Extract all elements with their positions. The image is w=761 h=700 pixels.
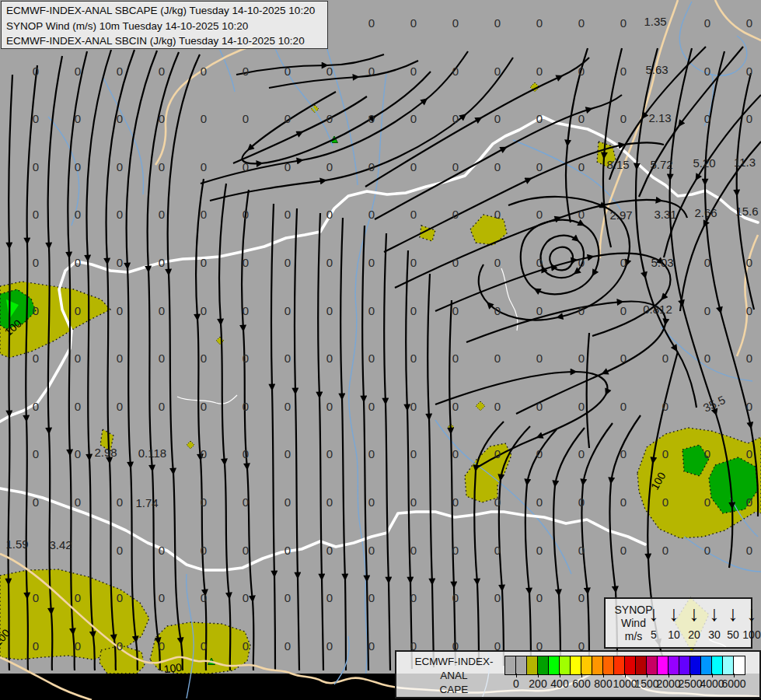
cape-color-step bbox=[668, 656, 679, 674]
wind-arrow-icon: ↓ bbox=[742, 600, 761, 627]
grid-value-zero: 0 bbox=[243, 352, 249, 365]
cape-color-step bbox=[549, 656, 560, 674]
grid-value-zero: 0 bbox=[494, 591, 501, 604]
grid-value-zero: 0 bbox=[578, 16, 585, 30]
grid-value-zero: 0 bbox=[704, 352, 710, 365]
grid-value-zero: 0 bbox=[75, 160, 81, 173]
grid-value-zero: 0 bbox=[243, 591, 249, 604]
grid-value-zero: 0 bbox=[159, 256, 165, 269]
grid-value-zero: 0 bbox=[746, 256, 752, 269]
cape-legend-model: ECMWF-INDEX-ANAL bbox=[401, 655, 507, 683]
grid-value-zero: 0 bbox=[368, 400, 375, 413]
grid-value-zero: 0 bbox=[159, 400, 165, 413]
station-value: 1.59 bbox=[5, 537, 28, 551]
grid-value-zero: 0 bbox=[410, 304, 417, 317]
country-border bbox=[155, 44, 257, 165]
grid-value-zero: 0 bbox=[536, 495, 543, 509]
grid-value-zero: 0 bbox=[494, 256, 501, 269]
grid-value-zero: 0 bbox=[326, 208, 333, 221]
weather-map-canvas: 0000000000000000000000000000000000000000… bbox=[0, 0, 761, 700]
grid-value-zero: 0 bbox=[285, 304, 291, 317]
grid-value-zero: 0 bbox=[326, 65, 333, 78]
grid-value-zero: 0 bbox=[368, 544, 375, 557]
wind-speed-label: 100 bbox=[742, 628, 761, 641]
cape-colorbar-legend: ECMWF-INDEX-ANAL CAPE J/kg 0200400600800… bbox=[395, 650, 761, 698]
cape-color-step bbox=[571, 656, 581, 674]
station-value: 35.5 bbox=[701, 393, 728, 415]
grid-value-zero: 0 bbox=[117, 495, 123, 509]
grid-value-zero: 0 bbox=[75, 112, 81, 125]
river bbox=[679, 2, 747, 75]
grid-value-zero: 0 bbox=[410, 352, 417, 365]
wind-streamline bbox=[295, 208, 299, 670]
cape-tick-label: 6000 bbox=[718, 677, 749, 690]
grid-value-zero: 0 bbox=[494, 65, 501, 78]
grid-value-zero: 0 bbox=[536, 400, 543, 413]
grid-value-zero: 0 bbox=[285, 160, 291, 173]
grid-value-zero: 0 bbox=[243, 160, 249, 173]
grid-value-zero: 0 bbox=[33, 112, 39, 125]
grid-value-zero: 0 bbox=[494, 208, 501, 221]
grid-value-zero: 0 bbox=[243, 256, 249, 269]
wind-streamline bbox=[210, 58, 513, 201]
grid-value-zero: 0 bbox=[326, 400, 333, 413]
grid-value-zero: 0 bbox=[368, 591, 375, 604]
wind-streamline bbox=[737, 73, 754, 310]
station-value: 5.72 bbox=[650, 158, 672, 171]
grid-value-zero: 0 bbox=[452, 208, 459, 221]
grid-value-zero: 0 bbox=[33, 400, 39, 413]
grid-value-zero: 0 bbox=[704, 304, 710, 317]
grid-value-zero: 0 bbox=[368, 160, 375, 173]
grid-value-zero: 0 bbox=[536, 16, 543, 30]
title-line-wind: SYNOP Wind (m/s) 10m Tuesday 14-10-2025 … bbox=[6, 19, 323, 34]
grid-value-zero: 0 bbox=[33, 352, 39, 365]
grid-value-zero: 0 bbox=[704, 256, 710, 269]
grid-value-zero: 0 bbox=[75, 447, 81, 460]
cape-color-step bbox=[505, 656, 516, 674]
grid-value-zero: 0 bbox=[243, 447, 249, 460]
cape-color-step bbox=[625, 656, 636, 674]
grid-value-zero: 0 bbox=[75, 639, 81, 653]
grid-value-zero: 0 bbox=[746, 65, 752, 78]
grid-value-zero: 0 bbox=[452, 65, 459, 78]
grid-value-zero: 0 bbox=[410, 112, 417, 125]
station-value: 5.20 bbox=[693, 156, 715, 170]
grid-value-zero: 0 bbox=[243, 639, 249, 653]
grid-value-zero: 0 bbox=[201, 160, 207, 173]
grid-value-zero: 0 bbox=[578, 256, 585, 269]
grid-value-zero: 0 bbox=[410, 16, 417, 30]
grid-value-zero: 0 bbox=[33, 65, 39, 78]
grid-value-zero: 0 bbox=[620, 65, 627, 78]
grid-value-zero: 0 bbox=[75, 495, 81, 509]
grid-value-zero: 0 bbox=[704, 447, 710, 460]
grid-value-zero: 0 bbox=[578, 352, 585, 365]
grid-value-zero: 0 bbox=[704, 16, 710, 30]
grid-value-zero: 0 bbox=[620, 304, 627, 317]
wind-speed-label: 10 bbox=[664, 628, 684, 641]
cape-color-step bbox=[734, 656, 745, 674]
wind-streamline bbox=[428, 274, 434, 667]
grid-value-zero: 0 bbox=[578, 400, 585, 413]
grid-value-zero: 0 bbox=[704, 65, 710, 78]
grid-value-zero: 0 bbox=[33, 447, 39, 460]
grid-value-zero: 0 bbox=[326, 447, 333, 460]
grid-value-zero: 0 bbox=[159, 112, 165, 125]
grid-value-zero: 0 bbox=[746, 544, 752, 557]
grid-value-zero: 0 bbox=[243, 304, 249, 317]
grid-value-zero: 0 bbox=[117, 304, 123, 317]
wind-arrow-icon: ↓ bbox=[664, 600, 684, 627]
grid-value-zero: 0 bbox=[620, 112, 627, 125]
grid-value-zero: 0 bbox=[326, 352, 333, 365]
grid-value-zero: 0 bbox=[410, 65, 417, 78]
grid-value-zero: 0 bbox=[704, 544, 710, 557]
cape-color-step bbox=[712, 656, 723, 674]
cape-speck bbox=[187, 441, 194, 449]
contour-label: 100 bbox=[163, 660, 183, 675]
grid-value-zero: 0 bbox=[201, 591, 207, 604]
grid-value-zero: 0 bbox=[117, 544, 123, 557]
grid-value-zero: 0 bbox=[662, 447, 668, 460]
title-box: ECMWF-INDEX-ANAL SBCAPE (J/kg) Tuesday 1… bbox=[1, 1, 328, 49]
grid-value-zero: 0 bbox=[536, 591, 543, 604]
grid-value-zero: 0 bbox=[201, 65, 207, 78]
grid-value-zero: 0 bbox=[243, 112, 249, 125]
